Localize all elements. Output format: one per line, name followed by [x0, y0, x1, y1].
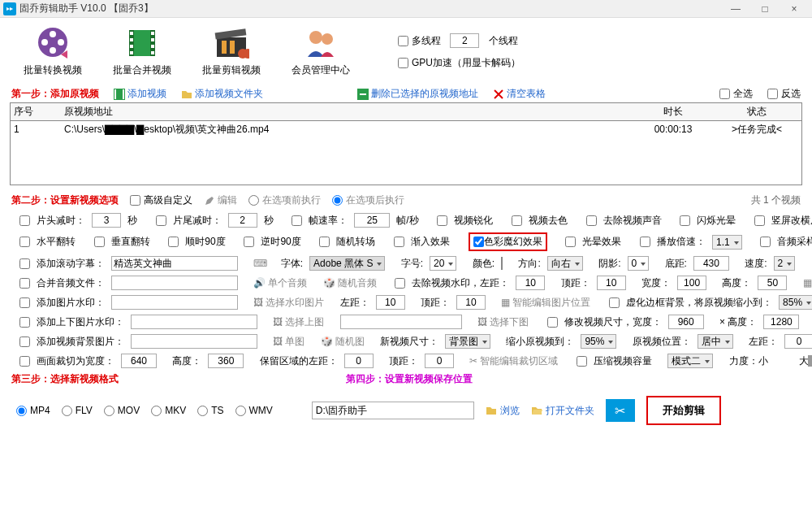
resize-checkbox[interactable]	[547, 317, 558, 328]
hflip-checkbox[interactable]	[19, 237, 30, 247]
seltop-button[interactable]: 🖼选择上图	[273, 315, 324, 329]
magic-checkbox[interactable]	[473, 237, 484, 247]
wm-t-input[interactable]	[597, 276, 626, 290]
clip-button[interactable]: 批量剪辑视频	[195, 26, 268, 77]
wm-l-input[interactable]	[516, 276, 545, 290]
after-radio[interactable]	[332, 195, 343, 206]
headtrim-input[interactable]	[92, 213, 121, 228]
mp4-radio[interactable]	[16, 406, 27, 416]
tailtrim-checkbox[interactable]	[156, 215, 166, 226]
sharpen-checkbox[interactable]	[437, 215, 447, 226]
add-folder-button[interactable]: 添加视频文件夹	[181, 87, 263, 101]
gpu-checkbox[interactable]	[398, 58, 408, 68]
adv-checkbox[interactable]	[130, 195, 140, 206]
subtitle-checkbox[interactable]	[19, 258, 30, 269]
kt-input[interactable]	[425, 354, 454, 368]
origpos-select[interactable]: 居中	[698, 334, 733, 349]
shadow-select[interactable]: 0	[628, 256, 650, 271]
vflip-checkbox[interactable]	[94, 237, 105, 247]
cw-input[interactable]	[121, 354, 157, 368]
mergeaudio-checkbox[interactable]	[19, 278, 30, 289]
bottom-input[interactable]	[693, 256, 729, 271]
mergeaudio-input[interactable]	[111, 276, 238, 290]
headtrim-checkbox[interactable]	[19, 215, 30, 226]
convert-button[interactable]: 批量转换视频	[16, 26, 89, 77]
font-select[interactable]: Adobe 黑体 S	[309, 256, 385, 271]
v2h-checkbox[interactable]	[754, 215, 765, 226]
rw-input[interactable]	[668, 315, 704, 329]
asr-checkbox[interactable]	[760, 237, 771, 247]
singleimg-button[interactable]: 🖼单图	[273, 335, 304, 349]
mov-radio[interactable]	[104, 406, 114, 416]
speed-checkbox[interactable]	[640, 237, 650, 247]
botimg-input[interactable]	[340, 315, 462, 329]
mkv-radio[interactable]	[151, 406, 162, 416]
dir-select[interactable]: 向右	[547, 256, 583, 271]
halo-checkbox[interactable]	[565, 237, 576, 247]
fade-checkbox[interactable]	[394, 237, 404, 247]
clear-table-button[interactable]: 清空表格	[493, 87, 546, 101]
bgimg-checkbox[interactable]	[19, 336, 30, 347]
rand-audio-button[interactable]: 🎲随机音频	[323, 276, 377, 290]
cw90-checkbox[interactable]	[168, 237, 179, 247]
single-audio-button[interactable]: 🔊单个音频	[253, 276, 307, 290]
selimg-button[interactable]: 🖼选择水印图片	[253, 296, 324, 310]
save-path-input[interactable]: D:\固乔助手	[312, 402, 474, 419]
bgimg-input[interactable]	[131, 334, 257, 349]
start-button[interactable]: 开始剪辑	[646, 396, 721, 425]
browse-button[interactable]: 浏览	[486, 404, 520, 418]
table-row[interactable]: 1 C:\Users\▇▇▇▇\▇esktop\视频\英文神曲26.mp4 00…	[11, 121, 801, 137]
flv-radio[interactable]	[62, 406, 72, 416]
kl-input[interactable]	[344, 354, 374, 368]
rh-input[interactable]	[763, 315, 799, 329]
ch-input[interactable]	[208, 354, 244, 368]
flash-checkbox[interactable]	[680, 215, 690, 226]
subtitle-input[interactable]	[111, 256, 238, 271]
ts-radio[interactable]	[197, 406, 208, 416]
maximize-button[interactable]: □	[750, 0, 780, 18]
smart-img-button[interactable]: ▦智能编辑图片位置	[501, 296, 590, 310]
threads-input[interactable]	[450, 33, 479, 48]
randimg-button[interactable]: 🎲随机图	[321, 335, 365, 349]
fps-checkbox[interactable]	[292, 215, 302, 226]
minimize-button[interactable]: —	[721, 0, 750, 18]
rmwm-checkbox[interactable]	[395, 278, 405, 289]
mode-select[interactable]: 模式二	[667, 354, 713, 368]
img-l-input[interactable]	[376, 295, 405, 310]
blur-select[interactable]: 85%	[779, 295, 812, 310]
wm-w-input[interactable]	[677, 276, 706, 290]
color-picker[interactable]	[501, 257, 503, 270]
open-folder-button[interactable]: 打开文件夹	[531, 404, 594, 418]
multithread-checkbox[interactable]	[398, 36, 408, 46]
member-button[interactable]: 会员管理中心	[284, 26, 357, 77]
add-video-button[interactable]: 添加视频	[114, 87, 166, 101]
select-all-checkbox[interactable]	[719, 89, 730, 99]
blur-checkbox[interactable]	[609, 297, 620, 308]
before-radio[interactable]	[248, 195, 259, 206]
tbwm-checkbox[interactable]	[19, 317, 30, 328]
crop-checkbox[interactable]	[19, 356, 30, 367]
imgwm-input[interactable]	[111, 295, 238, 310]
close-button[interactable]: ×	[780, 0, 809, 18]
newsize-select[interactable]: 背景图	[445, 334, 490, 349]
fps-input[interactable]	[354, 213, 390, 228]
shrink-select[interactable]: 95%	[581, 334, 616, 349]
imgwm-checkbox[interactable]	[19, 297, 30, 308]
rmvaudio-checkbox[interactable]	[586, 215, 597, 226]
smart-wm-button[interactable]: ▦智能编辑水印位置	[803, 276, 812, 290]
ccw90-checkbox[interactable]	[244, 237, 254, 247]
decolor-checkbox[interactable]	[512, 215, 522, 226]
speed-select[interactable]: 1.1	[712, 235, 742, 250]
selbot-button[interactable]: 🖼选择下图	[477, 315, 529, 329]
wmv-radio[interactable]	[235, 406, 246, 416]
randtrans-checkbox[interactable]	[319, 237, 330, 247]
compress-checkbox[interactable]	[577, 356, 587, 367]
img-t-input[interactable]	[456, 295, 486, 310]
wm-h-input[interactable]	[758, 276, 787, 290]
spd-select[interactable]: 2	[774, 256, 796, 271]
size-select[interactable]: 20	[430, 256, 456, 271]
tailtrim-input[interactable]	[228, 213, 257, 228]
bg-l-input[interactable]	[784, 334, 812, 349]
smartcrop-button[interactable]: ✂智能编辑裁切区域	[469, 354, 558, 368]
topimg-input[interactable]	[131, 315, 257, 329]
